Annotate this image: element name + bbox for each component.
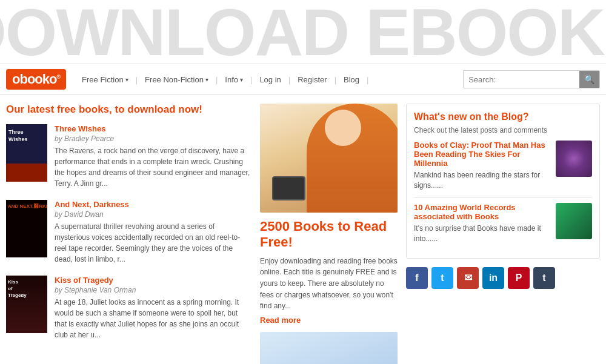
book-info: Three Wishes by Bradley Pearce The Raven… bbox=[55, 124, 251, 189]
site-logo[interactable]: obooko® bbox=[6, 69, 66, 90]
divider bbox=[414, 197, 592, 198]
chevron-down-icon: ▾ bbox=[125, 76, 128, 83]
linkedin-share-button[interactable]: in bbox=[482, 267, 504, 289]
search-button[interactable]: 🔍 bbox=[579, 71, 599, 88]
pinterest-share-button[interactable]: P bbox=[508, 267, 530, 289]
nav-divider-3: | bbox=[249, 75, 253, 84]
email-share-button[interactable]: ✉ bbox=[457, 267, 479, 289]
nav-info[interactable]: Info ▾ bbox=[219, 75, 249, 84]
nav-divider-5: | bbox=[333, 75, 338, 84]
book-info: Kiss of Tragedy by Stephanie Van Orman A… bbox=[55, 276, 251, 340]
books-column: Our latest free books, to download now! … bbox=[6, 104, 251, 364]
book-author: by David Dwan bbox=[55, 210, 251, 219]
blog-subtitle: Check out the latest posts and comments bbox=[414, 126, 592, 134]
tumblr-share-button[interactable]: t bbox=[533, 267, 555, 289]
blog-post-title-records[interactable]: 10 Amazing World Records associated with… bbox=[414, 203, 550, 221]
facebook-share-button[interactable]: f bbox=[406, 267, 428, 289]
book-title-darkness[interactable]: And Next, Darkness bbox=[55, 200, 251, 209]
search-area: Search: 🔍 bbox=[463, 70, 600, 88]
blog-post-excerpt: It's no surprise that Books have made it… bbox=[414, 223, 550, 245]
book-cover-three-wishes[interactable] bbox=[6, 124, 47, 182]
book-cover-tragedy[interactable] bbox=[6, 276, 47, 333]
book-description: At age 18, Juliet looks as innocent as a… bbox=[55, 297, 251, 340]
thumbnail-image bbox=[556, 141, 592, 177]
blog-box: What's new on the Blog? Check out the la… bbox=[406, 104, 600, 259]
section-title: Our latest free books, to download now! bbox=[6, 104, 251, 116]
nav-free-fiction[interactable]: Free Fiction ▾ bbox=[76, 75, 135, 84]
list-item: Kiss of Tragedy by Stephanie Van Orman A… bbox=[6, 276, 251, 340]
tablet-figure bbox=[272, 176, 305, 200]
blog-post-title-clay[interactable]: Books of Clay: Proof That Man Has Been R… bbox=[414, 141, 550, 168]
main-content: Our latest free books, to download now! … bbox=[0, 95, 606, 364]
book-author: by Stephanie Van Orman bbox=[55, 286, 251, 294]
hero-banner: DOWNLOAD EBOOKS bbox=[0, 0, 606, 64]
blog-post-text: 10 Amazing World Records associated with… bbox=[414, 203, 550, 245]
blog-post-text: Books of Clay: Proof That Man Has Been R… bbox=[414, 141, 550, 191]
nav-blog[interactable]: Blog bbox=[338, 75, 365, 84]
nav-free-nonfiction[interactable]: Free Non-Fiction ▾ bbox=[139, 75, 215, 84]
person-figure bbox=[307, 104, 398, 213]
list-item: Three Wishes by Bradley Pearce The Raven… bbox=[6, 124, 251, 189]
blog-post-excerpt: Mankind has been reading the stars for s… bbox=[414, 170, 550, 191]
chevron-down-icon: ▾ bbox=[205, 76, 208, 83]
social-buttons: f t ✉ in P t bbox=[406, 267, 600, 289]
book-info: And Next, Darkness by David Dwan A super… bbox=[55, 200, 251, 265]
nav-login[interactable]: Log in bbox=[253, 75, 287, 84]
nav-divider-2: | bbox=[215, 75, 219, 84]
read-more-link[interactable]: Read more bbox=[260, 316, 301, 325]
chevron-down-icon: ▾ bbox=[240, 76, 243, 83]
twitter-share-button[interactable]: t bbox=[431, 267, 453, 289]
nav-items: Free Fiction ▾ | Free Non-Fiction ▾ | In… bbox=[76, 75, 463, 84]
nav-divider-1: | bbox=[135, 75, 139, 84]
book-cover-darkness[interactable] bbox=[6, 200, 47, 257]
nav-divider-4: | bbox=[287, 75, 291, 84]
book-author: by Bradley Pearce bbox=[55, 134, 251, 143]
search-label: Search: bbox=[464, 72, 501, 87]
book-description: A supernatural thriller revolving around… bbox=[55, 221, 251, 265]
book-title-three-wishes[interactable]: Three Wishes bbox=[55, 124, 251, 133]
blog-post-item: Books of Clay: Proof That Man Has Been R… bbox=[414, 141, 592, 191]
blog-post-item: 10 Amazing World Records associated with… bbox=[414, 203, 592, 245]
nav-register[interactable]: Register bbox=[291, 75, 333, 84]
promo-description: Enjoy downloading and reading free books… bbox=[260, 256, 398, 312]
promo-image-reading bbox=[260, 104, 398, 213]
navigation-bar: obooko® Free Fiction ▾ | Free Non-Fictio… bbox=[0, 64, 606, 95]
book-title-tragedy[interactable]: Kiss of Tragedy bbox=[55, 276, 251, 285]
promo-image-couple bbox=[260, 332, 398, 364]
promo-title: 2500 Books to Read Free! bbox=[260, 219, 398, 251]
blog-box-title: What's new on the Blog? bbox=[414, 111, 592, 122]
nav-divider-6: | bbox=[365, 75, 370, 84]
list-item: And Next, Darkness by David Dwan A super… bbox=[6, 200, 251, 265]
blog-column: What's new on the Blog? Check out the la… bbox=[406, 104, 600, 364]
book-description: The Ravens, a rock band on the verge of … bbox=[55, 145, 251, 189]
promo-column: 2500 Books to Read Free! Enjoy downloadi… bbox=[251, 104, 406, 364]
hero-title: DOWNLOAD EBOOKS bbox=[0, 0, 606, 64]
blog-thumb-records[interactable] bbox=[556, 203, 592, 239]
thumbnail-image bbox=[556, 203, 592, 239]
blog-thumb-clay[interactable] bbox=[556, 141, 592, 177]
search-input[interactable] bbox=[501, 72, 579, 87]
